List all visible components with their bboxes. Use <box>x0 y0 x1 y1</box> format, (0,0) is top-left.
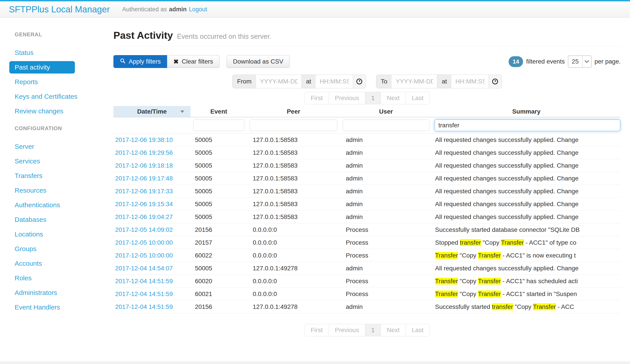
user-filter-input[interactable] <box>343 120 429 131</box>
event-datetime-link[interactable]: 2017-12-05 10:00:00 <box>115 252 173 259</box>
sidebar-item-authentications[interactable]: Authentications <box>9 199 69 211</box>
event-datetime-link[interactable]: 2017-12-04 14:51:59 <box>115 278 173 285</box>
event-user-cell: Process <box>340 239 432 246</box>
event-user-cell: admin <box>340 136 432 143</box>
sidebar-item-groups[interactable]: Groups <box>9 243 45 255</box>
to-date-input[interactable] <box>392 75 437 88</box>
event-datetime-link[interactable]: 2017-12-05 10:00:00 <box>115 239 173 246</box>
pagination-first[interactable]: First <box>304 92 328 104</box>
sidebar-section: CONFIGURATION Server Services Transfers … <box>0 125 112 314</box>
pagination-previous[interactable]: Previous <box>329 324 365 336</box>
from-label: From <box>232 75 256 88</box>
pagination-last[interactable]: Last <box>406 324 430 336</box>
sidebar-item-resources[interactable]: Resources <box>9 184 55 197</box>
x-icon: ✖ <box>174 58 178 65</box>
event-peer-cell: 0.0.0.0:0 <box>247 239 340 246</box>
sidebar-item-accounts[interactable]: Accounts <box>9 257 51 270</box>
event-peer-cell: 0.0.0.0:0 <box>247 252 340 259</box>
event-user-cell: admin <box>340 213 432 221</box>
filtered-events-summary: 14 filtered events 25 per page. <box>508 55 621 67</box>
event-peer-cell: 0.0.0.0:0 <box>247 278 340 285</box>
sidebar-item-databases[interactable]: Databases <box>9 213 55 226</box>
peer-filter-input[interactable] <box>250 120 337 131</box>
sidebar-item-event-handlers[interactable]: Event Handlers <box>9 301 69 314</box>
column-header-event: Event <box>190 108 247 115</box>
pagination-first[interactable]: First <box>304 324 328 336</box>
pagination-previous[interactable]: Previous <box>329 92 365 104</box>
event-user-cell: Process <box>340 291 432 298</box>
event-datetime-link[interactable]: 2017-12-05 14:09:02 <box>115 226 173 233</box>
event-user-cell: admin <box>340 188 432 195</box>
from-time-input[interactable] <box>316 75 353 88</box>
event-datetime-link[interactable]: 2017-12-06 19:18:18 <box>115 162 173 169</box>
sidebar-item-server[interactable]: Server <box>9 140 43 153</box>
event-datetime-link[interactable]: 2017-12-04 14:51:59 <box>115 291 173 297</box>
sidebar-item-past-activity[interactable]: Past activity <box>9 61 75 73</box>
pagination-next[interactable]: Next <box>380 92 406 104</box>
event-datetime-link[interactable]: 2017-12-06 19:29:56 <box>115 149 173 156</box>
table-row: 2017-12-04 14:54:07 50005 127.0.0.1:4927… <box>114 262 621 275</box>
clock-icon[interactable] <box>353 75 366 88</box>
event-datetime-link[interactable]: 2017-12-06 19:17:33 <box>115 188 173 195</box>
pagination-group: First Previous 1 Next Last <box>304 324 430 336</box>
sidebar-list: Status Past activity Reports Keys and Ce… <box>0 46 112 117</box>
event-datetime-link[interactable]: 2017-12-06 19:17:48 <box>115 175 173 182</box>
event-id-cell: 50005 <box>190 265 247 272</box>
event-peer-cell: 0.0.0.0:0 <box>247 291 340 298</box>
sidebar-item-reports[interactable]: Reports <box>9 76 47 88</box>
sidebar-item-administrators[interactable]: Administrators <box>9 287 66 299</box>
sftpplus-local-manager-app: SFTPPlus Local Manager Authenticated as … <box>0 0 630 364</box>
pagination-page-1[interactable]: 1 <box>365 92 381 104</box>
clear-filters-button[interactable]: ✖ Clear filters <box>167 55 220 68</box>
to-time-input[interactable] <box>452 75 489 88</box>
download-csv-button[interactable]: Download as CSV <box>226 55 290 68</box>
sidebar-item-locations[interactable]: Locations <box>9 228 52 240</box>
logout-link[interactable]: Logout <box>189 6 207 13</box>
from-datetime-group: From at <box>232 75 366 88</box>
event-id-cell: 60020 <box>190 278 247 285</box>
auth-username: admin <box>169 6 187 13</box>
event-peer-cell: 127.0.0.1:58583 <box>247 149 340 156</box>
event-datetime-link[interactable]: 2017-12-06 19:15:34 <box>115 201 173 207</box>
apply-filters-button[interactable]: Apply filters <box>114 55 167 68</box>
filtered-events-label: filtered events <box>526 58 565 65</box>
table-row: 2017-12-06 19:18:18 50005 127.0.0.1:5858… <box>114 159 621 172</box>
events-table: Date/Time Event Peer User Summary 2017-1… <box>114 106 621 313</box>
table-header-row: Date/Time Event Peer User Summary <box>114 106 621 117</box>
event-datetime-link[interactable]: 2017-12-04 14:51:59 <box>115 303 173 310</box>
clock-icon[interactable] <box>489 75 502 88</box>
event-id-cell: 50005 <box>190 149 247 156</box>
event-peer-cell: 127.0.0.1:58583 <box>247 162 340 169</box>
event-datetime-link[interactable]: 2017-12-04 14:54:07 <box>115 265 173 272</box>
event-filter-input[interactable] <box>193 120 244 131</box>
table-filter-row <box>114 117 621 133</box>
event-summary-cell: Successfully started database connector … <box>432 226 621 233</box>
event-datetime-link[interactable]: 2017-12-06 19:38:10 <box>115 136 173 143</box>
table-body: 2017-12-06 19:38:10 50005 127.0.0.1:5858… <box>114 133 621 313</box>
sidebar-item-services[interactable]: Services <box>9 155 49 167</box>
highlighted-match: Transfer <box>478 291 501 297</box>
event-id-cell: 50005 <box>190 136 247 143</box>
pagination-page-1[interactable]: 1 <box>365 324 381 336</box>
to-datetime-group: To at <box>376 75 502 88</box>
per-page-select[interactable]: 25 <box>568 55 592 67</box>
pagination-last[interactable]: Last <box>406 92 430 104</box>
pagination-next[interactable]: Next <box>380 324 406 336</box>
column-header-datetime[interactable]: Date/Time <box>114 106 190 117</box>
sidebar-item-review-changes[interactable]: Review changes <box>9 105 72 117</box>
pagination-top: First Previous 1 Next Last <box>114 92 621 104</box>
event-id-cell: 50005 <box>190 175 247 182</box>
sidebar-item-transfers[interactable]: Transfers <box>9 170 52 182</box>
event-datetime-link[interactable]: 2017-12-06 19:04:27 <box>115 213 173 220</box>
app-brand[interactable]: SFTPPlus Local Manager <box>9 4 110 14</box>
event-peer-cell: 0.0.0.0:0 <box>247 226 340 233</box>
page-title: Past Activity <box>114 30 173 41</box>
sidebar-item-roles[interactable]: Roles <box>9 272 40 284</box>
from-date-input[interactable] <box>256 75 302 88</box>
sidebar-item-status[interactable]: Status <box>9 46 42 59</box>
auth-prefix-text: Authenticated as <box>122 6 167 13</box>
sidebar-item-keys-and-certificates[interactable]: Keys and Certificates <box>9 90 86 103</box>
event-id-cell: 50005 <box>190 188 247 195</box>
chevron-down-icon <box>582 56 591 67</box>
summary-filter-input[interactable] <box>434 120 620 131</box>
